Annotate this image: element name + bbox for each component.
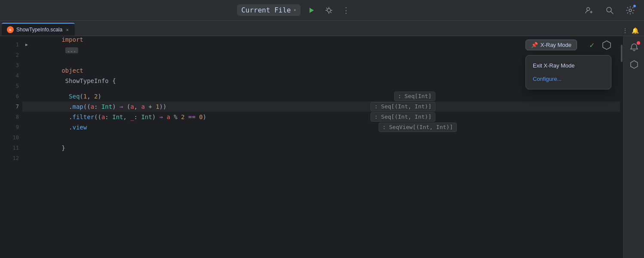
svg-line-12 (611, 12, 613, 14)
scrollbar-thumb[interactable] (621, 45, 623, 62)
run-button[interactable] (306, 4, 318, 16)
svg-point-1 (327, 9, 331, 12)
fold-spacer-10 (22, 132, 31, 143)
svg-marker-17 (631, 61, 638, 68)
pin-icon: 📌 (531, 42, 538, 48)
code-editor[interactable]: ▶ import ... object ShowTypeInfo { (22, 36, 620, 258)
hexagon-icon[interactable] (602, 40, 611, 52)
code-line-9: .view : SeqView[(Int, Int)] (22, 122, 620, 132)
line-num-3: 3 (16, 60, 19, 71)
line-num-10: 10 (13, 132, 19, 143)
line-num-8: 8 (16, 112, 19, 122)
fold-spacer-2 (22, 50, 31, 60)
type-hint-view: : SeqView[(Int, Int)] (379, 123, 457, 132)
run-config-selector[interactable]: Current File ▾ (237, 4, 301, 16)
check-status-icon: ✓ (589, 40, 594, 49)
svg-point-8 (587, 7, 590, 10)
fold-spacer-4 (22, 71, 31, 81)
code-line-10 (22, 132, 620, 143)
xray-label: X-Ray Mode (541, 42, 571, 48)
line-num-2: 2 (16, 50, 19, 60)
fold-spacer-12 (22, 153, 31, 163)
fold-spacer-7 (22, 101, 31, 112)
right-sidebar (623, 36, 644, 258)
fold-spacer-5 (22, 81, 31, 91)
tab-bar-actions: ⋮ 🔔 (622, 27, 639, 34)
code-line-12 (22, 153, 620, 163)
line-num-1: 1 (16, 40, 19, 50)
svg-text:S: S (9, 28, 12, 32)
fold-spacer-11 (22, 143, 31, 153)
file-type-icon: S (7, 26, 14, 33)
tab-bar: S ShowTypeInfo.scala × ⋮ 🔔 (0, 21, 644, 36)
fold-spacer-6 (22, 91, 31, 101)
fold-spacer-9 (22, 122, 31, 132)
run-config-label: Current File (241, 6, 291, 14)
add-user-button[interactable] (582, 3, 596, 17)
notification-badge (637, 41, 640, 45)
keyword-import: import (61, 36, 83, 43)
right-sidebar-notifications[interactable] (626, 40, 642, 55)
xray-dropdown-menu: Exit X-Ray Mode Configure... (526, 55, 611, 89)
code-line-11: } (22, 143, 620, 153)
line-num-4: 4 (16, 71, 19, 81)
toolbar: Current File ▾ ⋮ (0, 0, 644, 21)
type-hint-filter: : Seq[(Int, Int)] (371, 112, 435, 122)
search-button[interactable] (603, 3, 617, 17)
svg-line-7 (331, 12, 332, 13)
editor-area: 1 2 3 4 5 6 7 8 9 10 11 12 ▶ import ... (0, 36, 644, 258)
line-num-12: 12 (13, 153, 19, 163)
fold-spacer-3 (22, 60, 31, 71)
line-num-5: 5 (16, 81, 19, 91)
line-num-6: 6 (16, 91, 19, 101)
debug-button[interactable] (323, 4, 335, 16)
xray-mode-button[interactable]: 📌 X-Ray Mode (526, 40, 577, 50)
svg-line-6 (326, 8, 328, 9)
tab-show-type-info[interactable]: S ShowTypeInfo.scala × (2, 23, 75, 36)
type-hint-seq-int: : Seq[Int] (394, 92, 435, 101)
settings-badge (633, 4, 636, 8)
tab-more-icon[interactable]: ⋮ (622, 27, 628, 34)
fold-spacer-8 (22, 112, 31, 122)
line-num-7: 7 (16, 101, 19, 112)
svg-marker-16 (603, 41, 611, 49)
fold-arrow-1[interactable]: ▶ (22, 40, 31, 50)
line-numbers: 1 2 3 4 5 6 7 8 9 10 11 12 (0, 36, 22, 258)
type-hint-map: : Seq[(Int, Int)] (371, 102, 435, 111)
more-options-button[interactable]: ⋮ (340, 4, 352, 16)
tab-close-button[interactable]: × (65, 26, 70, 34)
configure-item[interactable]: Configure... (526, 72, 611, 86)
svg-marker-0 (310, 8, 314, 13)
svg-point-11 (607, 7, 611, 12)
scrollbar-track[interactable] (620, 36, 623, 258)
settings-button[interactable] (623, 3, 637, 17)
toolbar-center: Current File ▾ ⋮ (237, 4, 352, 16)
exit-xray-item[interactable]: Exit X-Ray Mode (526, 59, 611, 72)
line-num-9: 9 (16, 122, 19, 132)
toolbar-right (582, 3, 637, 17)
notifications-icon[interactable]: 🔔 (632, 27, 639, 34)
line-num-11: 11 (13, 143, 19, 153)
svg-point-13 (629, 9, 632, 12)
code-line-8: .filter((a: Int, _: Int) ⇒ a % 2 == 0) :… (22, 112, 620, 122)
right-sidebar-shape[interactable] (626, 57, 642, 72)
tab-label: ShowTypeInfo.scala (16, 27, 62, 33)
chevron-down-icon: ▾ (293, 7, 296, 13)
